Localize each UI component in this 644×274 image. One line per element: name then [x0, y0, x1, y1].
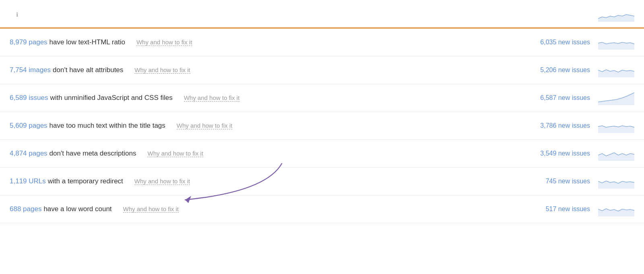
header-left: ℹ	[10, 11, 18, 18]
table-row: 1,119 URLs with a temporary redirect Why…	[0, 168, 644, 195]
new-issues-count: 3,549 new issues	[526, 150, 590, 157]
row-content: 8,979 pages have low text-HTML ratio Why…	[10, 38, 526, 46]
row-content: 1,119 URLs with a temporary redirect Why…	[10, 177, 526, 185]
row-stats: 745 new issues	[526, 174, 634, 189]
row-sparkline	[598, 63, 634, 77]
fix-link[interactable]: Why and how to fix it	[123, 206, 179, 213]
table-row: 5,609 pages have too much text within th…	[0, 112, 644, 140]
issue-description: don't have meta descriptions	[50, 149, 136, 158]
issue-count-link[interactable]: 6,589 issues	[10, 94, 48, 102]
table-row: 8,979 pages have low text-HTML ratio Why…	[0, 29, 644, 56]
new-issues-count: 5,206 new issues	[526, 66, 590, 74]
issues-list: 8,979 pages have low text-HTML ratio Why…	[0, 29, 644, 223]
new-issues-count: 517 new issues	[526, 206, 590, 213]
issue-description: with unminified JavaScript and CSS files	[50, 94, 172, 102]
row-sparkline	[598, 202, 634, 216]
issue-description: don't have alt attributes	[53, 66, 123, 74]
fix-link[interactable]: Why and how to fix it	[177, 122, 232, 129]
row-stats: 517 new issues	[526, 202, 634, 216]
fix-link[interactable]: Why and how to fix it	[134, 66, 190, 74]
table-row: 7,754 images don't have alt attributes W…	[0, 56, 644, 84]
issue-count-link[interactable]: 688 pages	[10, 205, 41, 213]
row-content: 6,589 issues with unminified JavaScript …	[10, 94, 526, 102]
header-sparkline	[598, 7, 634, 22]
row-sparkline	[598, 91, 634, 105]
fix-link[interactable]: Why and how to fix it	[134, 178, 190, 185]
new-issues-count: 6,035 new issues	[526, 39, 590, 46]
fix-link[interactable]: Why and how to fix it	[184, 94, 239, 102]
issue-description: have too much text within the title tags	[50, 122, 165, 130]
new-issues-count: 3,786 new issues	[526, 122, 590, 129]
issue-description: with a temporary redirect	[48, 177, 123, 185]
svg-marker-0	[598, 15, 634, 22]
issue-count-link[interactable]: 4,874 pages	[10, 149, 47, 158]
issue-description: have a low word count	[43, 205, 111, 213]
table-row: 6,589 issues with unminified JavaScript …	[0, 84, 644, 112]
row-sparkline	[598, 118, 634, 133]
issue-count-link[interactable]: 1,119 URLs	[10, 177, 46, 185]
svg-marker-3	[598, 93, 634, 105]
section-header: ℹ	[0, 0, 644, 29]
issue-count-link[interactable]: 5,609 pages	[10, 122, 47, 130]
issue-count-link[interactable]: 7,754 images	[10, 66, 51, 74]
table-row: 688 pages have a low word count Why and …	[0, 195, 644, 223]
row-content: 688 pages have a low word count Why and …	[10, 205, 526, 213]
fix-link[interactable]: Why and how to fix it	[136, 39, 192, 46]
row-sparkline	[598, 146, 634, 161]
issue-count-link[interactable]: 8,979 pages	[10, 38, 47, 46]
new-issues-count: 6,587 new issues	[526, 94, 590, 102]
row-stats: 3,786 new issues	[526, 118, 634, 133]
issue-description: have low text-HTML ratio	[50, 38, 125, 46]
row-stats: 5,206 new issues	[526, 63, 634, 77]
row-stats: 6,587 new issues	[526, 91, 634, 105]
table-row: 4,874 pages don't have meta descriptions…	[0, 140, 644, 168]
row-content: 5,609 pages have too much text within th…	[10, 122, 526, 130]
fix-link[interactable]: Why and how to fix it	[147, 150, 203, 157]
row-content: 7,754 images don't have alt attributes W…	[10, 66, 526, 74]
row-stats: 6,035 new issues	[526, 35, 634, 50]
row-sparkline	[598, 35, 634, 50]
warnings-container: ℹ 8,979 pages have low text-HTML ratio W…	[0, 0, 644, 223]
row-sparkline	[598, 174, 634, 189]
row-stats: 3,549 new issues	[526, 146, 634, 161]
row-content: 4,874 pages don't have meta descriptions…	[10, 149, 526, 158]
new-issues-count: 745 new issues	[526, 178, 590, 185]
info-icon[interactable]: ℹ	[16, 11, 18, 18]
